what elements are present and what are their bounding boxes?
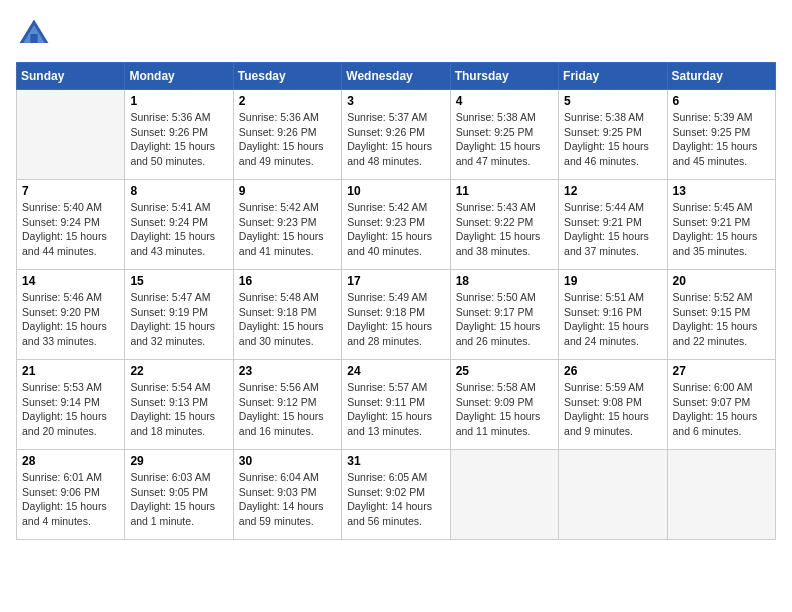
calendar-day-header: Saturday bbox=[667, 63, 775, 90]
calendar-cell: 28Sunrise: 6:01 AM Sunset: 9:06 PM Dayli… bbox=[17, 450, 125, 540]
day-info: Sunrise: 5:56 AM Sunset: 9:12 PM Dayligh… bbox=[239, 380, 336, 439]
calendar-cell: 7Sunrise: 5:40 AM Sunset: 9:24 PM Daylig… bbox=[17, 180, 125, 270]
svg-rect-2 bbox=[30, 34, 37, 43]
calendar-cell: 23Sunrise: 5:56 AM Sunset: 9:12 PM Dayli… bbox=[233, 360, 341, 450]
day-number: 16 bbox=[239, 274, 336, 288]
calendar-cell: 12Sunrise: 5:44 AM Sunset: 9:21 PM Dayli… bbox=[559, 180, 667, 270]
day-info: Sunrise: 5:47 AM Sunset: 9:19 PM Dayligh… bbox=[130, 290, 227, 349]
day-info: Sunrise: 5:48 AM Sunset: 9:18 PM Dayligh… bbox=[239, 290, 336, 349]
day-number: 23 bbox=[239, 364, 336, 378]
calendar-cell: 29Sunrise: 6:03 AM Sunset: 9:05 PM Dayli… bbox=[125, 450, 233, 540]
day-info: Sunrise: 6:00 AM Sunset: 9:07 PM Dayligh… bbox=[673, 380, 770, 439]
calendar-week-row: 28Sunrise: 6:01 AM Sunset: 9:06 PM Dayli… bbox=[17, 450, 776, 540]
calendar-cell: 6Sunrise: 5:39 AM Sunset: 9:25 PM Daylig… bbox=[667, 90, 775, 180]
day-number: 17 bbox=[347, 274, 444, 288]
day-number: 27 bbox=[673, 364, 770, 378]
calendar-week-row: 14Sunrise: 5:46 AM Sunset: 9:20 PM Dayli… bbox=[17, 270, 776, 360]
calendar-cell: 2Sunrise: 5:36 AM Sunset: 9:26 PM Daylig… bbox=[233, 90, 341, 180]
calendar-week-row: 7Sunrise: 5:40 AM Sunset: 9:24 PM Daylig… bbox=[17, 180, 776, 270]
day-number: 29 bbox=[130, 454, 227, 468]
calendar-cell: 9Sunrise: 5:42 AM Sunset: 9:23 PM Daylig… bbox=[233, 180, 341, 270]
calendar-day-header: Tuesday bbox=[233, 63, 341, 90]
day-info: Sunrise: 5:58 AM Sunset: 9:09 PM Dayligh… bbox=[456, 380, 553, 439]
day-number: 10 bbox=[347, 184, 444, 198]
day-number: 31 bbox=[347, 454, 444, 468]
day-number: 19 bbox=[564, 274, 661, 288]
day-number: 21 bbox=[22, 364, 119, 378]
calendar-cell: 27Sunrise: 6:00 AM Sunset: 9:07 PM Dayli… bbox=[667, 360, 775, 450]
day-number: 24 bbox=[347, 364, 444, 378]
calendar-cell: 5Sunrise: 5:38 AM Sunset: 9:25 PM Daylig… bbox=[559, 90, 667, 180]
calendar-cell: 16Sunrise: 5:48 AM Sunset: 9:18 PM Dayli… bbox=[233, 270, 341, 360]
day-info: Sunrise: 5:46 AM Sunset: 9:20 PM Dayligh… bbox=[22, 290, 119, 349]
calendar-cell: 15Sunrise: 5:47 AM Sunset: 9:19 PM Dayli… bbox=[125, 270, 233, 360]
day-number: 26 bbox=[564, 364, 661, 378]
day-info: Sunrise: 5:49 AM Sunset: 9:18 PM Dayligh… bbox=[347, 290, 444, 349]
calendar-header-row: SundayMondayTuesdayWednesdayThursdayFrid… bbox=[17, 63, 776, 90]
day-info: Sunrise: 5:36 AM Sunset: 9:26 PM Dayligh… bbox=[130, 110, 227, 169]
day-number: 2 bbox=[239, 94, 336, 108]
day-number: 28 bbox=[22, 454, 119, 468]
calendar-day-header: Sunday bbox=[17, 63, 125, 90]
day-info: Sunrise: 5:38 AM Sunset: 9:25 PM Dayligh… bbox=[456, 110, 553, 169]
day-number: 6 bbox=[673, 94, 770, 108]
calendar-cell: 11Sunrise: 5:43 AM Sunset: 9:22 PM Dayli… bbox=[450, 180, 558, 270]
calendar-cell: 3Sunrise: 5:37 AM Sunset: 9:26 PM Daylig… bbox=[342, 90, 450, 180]
day-number: 7 bbox=[22, 184, 119, 198]
calendar-cell: 10Sunrise: 5:42 AM Sunset: 9:23 PM Dayli… bbox=[342, 180, 450, 270]
day-number: 3 bbox=[347, 94, 444, 108]
calendar-day-header: Thursday bbox=[450, 63, 558, 90]
day-info: Sunrise: 6:03 AM Sunset: 9:05 PM Dayligh… bbox=[130, 470, 227, 529]
calendar-cell: 30Sunrise: 6:04 AM Sunset: 9:03 PM Dayli… bbox=[233, 450, 341, 540]
calendar-cell: 1Sunrise: 5:36 AM Sunset: 9:26 PM Daylig… bbox=[125, 90, 233, 180]
day-number: 20 bbox=[673, 274, 770, 288]
day-number: 1 bbox=[130, 94, 227, 108]
calendar-table: SundayMondayTuesdayWednesdayThursdayFrid… bbox=[16, 62, 776, 540]
calendar-day-header: Friday bbox=[559, 63, 667, 90]
day-number: 8 bbox=[130, 184, 227, 198]
calendar-cell: 26Sunrise: 5:59 AM Sunset: 9:08 PM Dayli… bbox=[559, 360, 667, 450]
day-number: 13 bbox=[673, 184, 770, 198]
day-info: Sunrise: 5:39 AM Sunset: 9:25 PM Dayligh… bbox=[673, 110, 770, 169]
day-info: Sunrise: 5:37 AM Sunset: 9:26 PM Dayligh… bbox=[347, 110, 444, 169]
day-number: 9 bbox=[239, 184, 336, 198]
day-info: Sunrise: 5:44 AM Sunset: 9:21 PM Dayligh… bbox=[564, 200, 661, 259]
day-info: Sunrise: 5:52 AM Sunset: 9:15 PM Dayligh… bbox=[673, 290, 770, 349]
day-number: 25 bbox=[456, 364, 553, 378]
day-info: Sunrise: 5:59 AM Sunset: 9:08 PM Dayligh… bbox=[564, 380, 661, 439]
day-info: Sunrise: 5:40 AM Sunset: 9:24 PM Dayligh… bbox=[22, 200, 119, 259]
day-number: 11 bbox=[456, 184, 553, 198]
day-info: Sunrise: 5:54 AM Sunset: 9:13 PM Dayligh… bbox=[130, 380, 227, 439]
calendar-cell: 14Sunrise: 5:46 AM Sunset: 9:20 PM Dayli… bbox=[17, 270, 125, 360]
calendar-day-header: Wednesday bbox=[342, 63, 450, 90]
day-info: Sunrise: 5:57 AM Sunset: 9:11 PM Dayligh… bbox=[347, 380, 444, 439]
day-info: Sunrise: 5:53 AM Sunset: 9:14 PM Dayligh… bbox=[22, 380, 119, 439]
day-number: 5 bbox=[564, 94, 661, 108]
day-info: Sunrise: 5:43 AM Sunset: 9:22 PM Dayligh… bbox=[456, 200, 553, 259]
day-number: 18 bbox=[456, 274, 553, 288]
day-number: 22 bbox=[130, 364, 227, 378]
calendar-cell: 19Sunrise: 5:51 AM Sunset: 9:16 PM Dayli… bbox=[559, 270, 667, 360]
calendar-week-row: 21Sunrise: 5:53 AM Sunset: 9:14 PM Dayli… bbox=[17, 360, 776, 450]
day-info: Sunrise: 5:42 AM Sunset: 9:23 PM Dayligh… bbox=[239, 200, 336, 259]
calendar-week-row: 1Sunrise: 5:36 AM Sunset: 9:26 PM Daylig… bbox=[17, 90, 776, 180]
day-number: 12 bbox=[564, 184, 661, 198]
calendar-cell: 13Sunrise: 5:45 AM Sunset: 9:21 PM Dayli… bbox=[667, 180, 775, 270]
day-info: Sunrise: 5:45 AM Sunset: 9:21 PM Dayligh… bbox=[673, 200, 770, 259]
logo bbox=[16, 16, 56, 52]
day-number: 14 bbox=[22, 274, 119, 288]
calendar-cell bbox=[667, 450, 775, 540]
day-info: Sunrise: 5:50 AM Sunset: 9:17 PM Dayligh… bbox=[456, 290, 553, 349]
calendar-cell bbox=[559, 450, 667, 540]
calendar-cell: 31Sunrise: 6:05 AM Sunset: 9:02 PM Dayli… bbox=[342, 450, 450, 540]
calendar-cell: 8Sunrise: 5:41 AM Sunset: 9:24 PM Daylig… bbox=[125, 180, 233, 270]
calendar-cell: 4Sunrise: 5:38 AM Sunset: 9:25 PM Daylig… bbox=[450, 90, 558, 180]
day-number: 30 bbox=[239, 454, 336, 468]
calendar-cell: 20Sunrise: 5:52 AM Sunset: 9:15 PM Dayli… bbox=[667, 270, 775, 360]
day-number: 15 bbox=[130, 274, 227, 288]
calendar-cell: 18Sunrise: 5:50 AM Sunset: 9:17 PM Dayli… bbox=[450, 270, 558, 360]
day-number: 4 bbox=[456, 94, 553, 108]
day-info: Sunrise: 5:36 AM Sunset: 9:26 PM Dayligh… bbox=[239, 110, 336, 169]
calendar-cell: 17Sunrise: 5:49 AM Sunset: 9:18 PM Dayli… bbox=[342, 270, 450, 360]
day-info: Sunrise: 5:38 AM Sunset: 9:25 PM Dayligh… bbox=[564, 110, 661, 169]
